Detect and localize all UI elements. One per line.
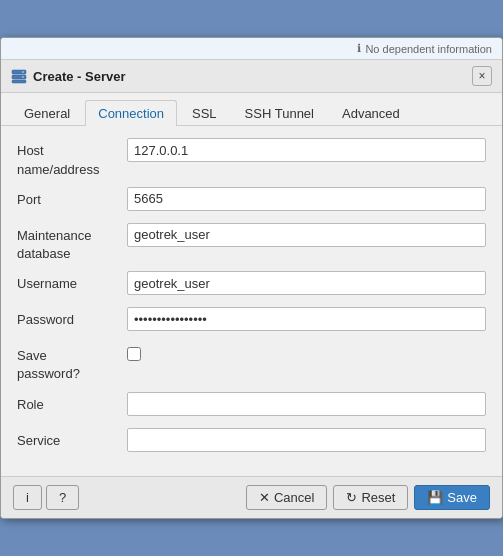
save-icon: 💾 [427,490,443,505]
password-label: Password [17,307,127,329]
footer-right: ✕ Cancel ↻ Reset 💾 Save [246,485,490,510]
service-row: Service [17,428,486,456]
server-icon [11,68,27,84]
port-input[interactable] [127,187,486,211]
reset-icon: ↻ [346,490,357,505]
tab-advanced[interactable]: Advanced [329,100,413,126]
maintenance-db-row: Maintenancedatabase [17,223,486,263]
maintenance-db-input[interactable] [127,223,486,247]
no-dep-info-bar: ℹ No dependent information [1,38,502,60]
close-button[interactable]: × [472,66,492,86]
service-input[interactable] [127,428,486,452]
reset-button[interactable]: ↻ Reset [333,485,408,510]
svg-rect-2 [12,80,26,83]
footer: i ? ✕ Cancel ↻ Reset 💾 Save [1,476,502,518]
username-row: Username [17,271,486,299]
save-password-label: Savepassword? [17,343,127,383]
help-button[interactable]: ? [46,485,79,510]
host-label: Hostname/address [17,138,127,178]
role-input[interactable] [127,392,486,416]
title-bar-left: Create - Server [11,68,126,84]
svg-point-3 [22,71,24,73]
maintenance-db-label: Maintenancedatabase [17,223,127,263]
save-password-checkbox[interactable] [127,347,141,361]
save-button[interactable]: 💾 Save [414,485,490,510]
tab-general[interactable]: General [11,100,83,126]
title-bar: Create - Server × [1,60,502,93]
tab-connection[interactable]: Connection [85,100,177,126]
tab-ssl[interactable]: SSL [179,100,230,126]
cancel-button[interactable]: ✕ Cancel [246,485,327,510]
tab-ssh-tunnel[interactable]: SSH Tunnel [232,100,327,126]
footer-left: i ? [13,485,79,510]
info-button[interactable]: i [13,485,42,510]
port-row: Port [17,187,486,215]
password-row: Password [17,307,486,335]
cancel-icon: ✕ [259,490,270,505]
no-dep-info-text: No dependent information [365,43,492,55]
help-label: ? [59,490,66,505]
service-label: Service [17,428,127,450]
save-password-row: Savepassword? [17,343,486,383]
username-input[interactable] [127,271,486,295]
save-label: Save [447,490,477,505]
port-label: Port [17,187,127,209]
info-label: i [26,490,29,505]
reset-label: Reset [361,490,395,505]
host-input[interactable] [127,138,486,162]
dialog-title: Create - Server [33,69,126,84]
svg-point-4 [22,76,24,78]
form-content: Hostname/address Port Maintenancedatabas… [1,126,502,475]
tabs-bar: General Connection SSL SSH Tunnel Advanc… [1,93,502,126]
password-input[interactable] [127,307,486,331]
cancel-label: Cancel [274,490,314,505]
role-row: Role [17,392,486,420]
username-label: Username [17,271,127,293]
host-row: Hostname/address [17,138,486,178]
role-label: Role [17,392,127,414]
info-icon-circle: ℹ [357,42,361,55]
create-server-dialog: ℹ No dependent information Create - Serv… [0,37,503,518]
